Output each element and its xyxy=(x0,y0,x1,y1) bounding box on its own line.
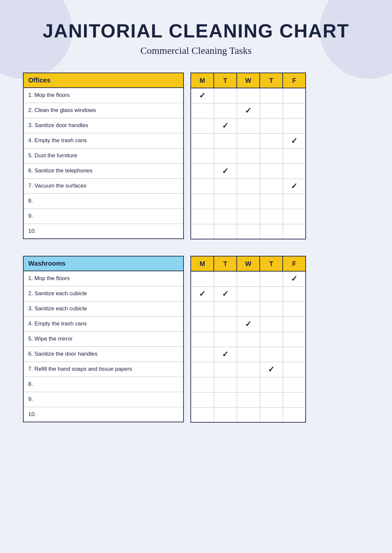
day-cell[interactable] xyxy=(283,332,306,347)
day-cell[interactable] xyxy=(237,377,260,392)
day-cell[interactable] xyxy=(214,133,237,148)
day-cell[interactable]: ✓ xyxy=(283,179,306,194)
day-cell[interactable] xyxy=(214,88,237,103)
day-cell[interactable]: ✓ xyxy=(237,103,260,118)
day-cell[interactable] xyxy=(214,103,237,118)
day-cell[interactable] xyxy=(191,103,214,118)
day-cell[interactable] xyxy=(237,286,260,301)
day-cell[interactable] xyxy=(260,301,283,317)
day-cell[interactable] xyxy=(283,164,306,179)
day-cell[interactable] xyxy=(260,209,283,224)
day-cell[interactable] xyxy=(237,224,260,239)
day-cell[interactable] xyxy=(191,118,214,133)
day-cell[interactable] xyxy=(283,347,306,362)
day-cell[interactable] xyxy=(283,407,306,422)
day-cell[interactable] xyxy=(237,118,260,133)
day-cell[interactable] xyxy=(283,286,306,301)
day-cell[interactable] xyxy=(191,301,214,317)
day-cell[interactable] xyxy=(214,392,237,407)
day-cell[interactable] xyxy=(214,332,237,347)
day-cell[interactable] xyxy=(191,332,214,347)
day-cell[interactable] xyxy=(260,286,283,301)
day-cell[interactable] xyxy=(283,118,306,133)
day-cell[interactable] xyxy=(214,317,237,332)
day-cell[interactable] xyxy=(191,392,214,407)
day-cell[interactable] xyxy=(237,209,260,224)
day-cell[interactable] xyxy=(283,301,306,317)
day-cell[interactable] xyxy=(214,179,237,194)
day-cell[interactable] xyxy=(191,377,214,392)
day-cell[interactable]: ✓ xyxy=(214,286,237,301)
day-cell[interactable] xyxy=(191,224,214,239)
day-cell[interactable] xyxy=(191,148,214,164)
day-cell[interactable] xyxy=(283,209,306,224)
day-cell[interactable] xyxy=(237,347,260,362)
day-cell[interactable] xyxy=(237,164,260,179)
day-cell[interactable]: ✓ xyxy=(191,286,214,301)
day-cell[interactable] xyxy=(283,377,306,392)
day-cell[interactable] xyxy=(283,103,306,118)
day-cell[interactable] xyxy=(191,362,214,377)
day-cell[interactable] xyxy=(260,332,283,347)
day-cell[interactable] xyxy=(214,301,237,317)
day-cell[interactable]: ✓ xyxy=(214,164,237,179)
day-cell[interactable] xyxy=(214,377,237,392)
day-cell[interactable] xyxy=(260,148,283,164)
day-cell[interactable] xyxy=(260,347,283,362)
day-cell[interactable] xyxy=(191,317,214,332)
day-cell[interactable] xyxy=(237,332,260,347)
day-cell[interactable] xyxy=(191,407,214,422)
day-cell[interactable] xyxy=(283,362,306,377)
day-cell[interactable] xyxy=(283,224,306,239)
day-cell[interactable] xyxy=(191,133,214,148)
day-cell[interactable] xyxy=(283,148,306,164)
day-cell[interactable] xyxy=(260,164,283,179)
day-cell[interactable] xyxy=(237,148,260,164)
day-cell[interactable] xyxy=(260,392,283,407)
day-cell[interactable] xyxy=(260,103,283,118)
day-cell[interactable]: ✓ xyxy=(283,271,306,286)
day-cell[interactable] xyxy=(214,209,237,224)
day-cell[interactable] xyxy=(260,194,283,209)
day-cell[interactable] xyxy=(260,317,283,332)
day-cell[interactable] xyxy=(260,118,283,133)
day-cell[interactable] xyxy=(237,301,260,317)
day-cell[interactable] xyxy=(237,362,260,377)
day-cell[interactable] xyxy=(237,407,260,422)
day-cell[interactable] xyxy=(214,407,237,422)
day-cell[interactable] xyxy=(191,347,214,362)
day-cell[interactable] xyxy=(260,133,283,148)
day-cell[interactable] xyxy=(260,407,283,422)
day-cell[interactable] xyxy=(283,392,306,407)
day-cell[interactable] xyxy=(260,377,283,392)
day-cell[interactable] xyxy=(191,164,214,179)
day-cell[interactable] xyxy=(214,271,237,286)
day-cell[interactable]: ✓ xyxy=(260,362,283,377)
day-cell[interactable] xyxy=(237,179,260,194)
day-cell[interactable] xyxy=(191,179,214,194)
day-cell[interactable] xyxy=(283,317,306,332)
day-cell[interactable] xyxy=(191,194,214,209)
day-cell[interactable] xyxy=(260,179,283,194)
day-cell[interactable] xyxy=(237,392,260,407)
day-cell[interactable] xyxy=(214,224,237,239)
day-cell[interactable] xyxy=(214,148,237,164)
day-cell[interactable]: ✓ xyxy=(237,317,260,332)
day-cell[interactable]: ✓ xyxy=(214,118,237,133)
day-cell[interactable] xyxy=(237,88,260,103)
day-cell[interactable] xyxy=(260,224,283,239)
day-cell[interactable]: ✓ xyxy=(214,347,237,362)
day-cell[interactable] xyxy=(283,88,306,103)
day-cell[interactable] xyxy=(214,362,237,377)
day-cell[interactable]: ✓ xyxy=(191,88,214,103)
day-cell[interactable]: ✓ xyxy=(283,133,306,148)
day-cell[interactable] xyxy=(191,209,214,224)
day-cell[interactable] xyxy=(214,194,237,209)
day-cell[interactable] xyxy=(260,271,283,286)
day-cell[interactable] xyxy=(237,271,260,286)
day-cell[interactable] xyxy=(237,133,260,148)
day-cell[interactable] xyxy=(283,194,306,209)
day-cell[interactable] xyxy=(260,88,283,103)
day-cell[interactable] xyxy=(237,194,260,209)
day-cell[interactable] xyxy=(191,271,214,286)
